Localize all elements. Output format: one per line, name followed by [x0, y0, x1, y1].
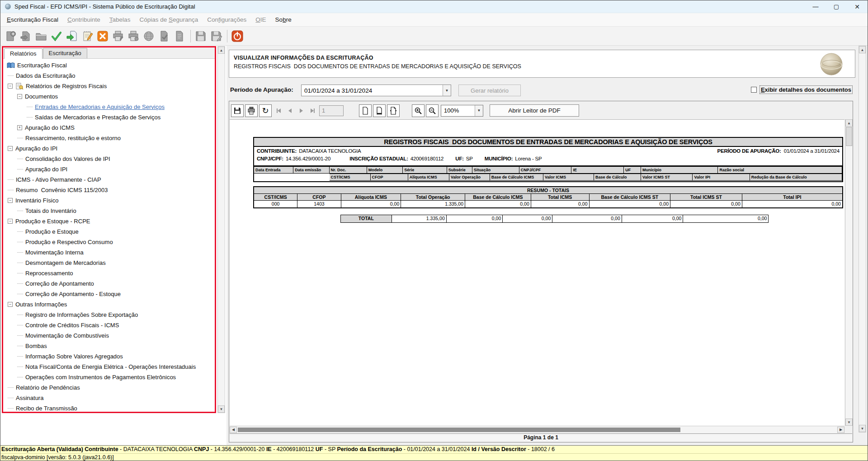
- tree-item-apuracao-do-ipi[interactable]: Apuração do IPI: [3, 164, 215, 174]
- tree-item-entradas-de-mercadorias-e-aquisicao-de-servicos[interactable]: Entradas de Mercadorias e Aquisição de S…: [3, 102, 215, 112]
- tree-item-movimentacao-interna[interactable]: Movimentação Interna: [3, 247, 215, 258]
- refresh-icon[interactable]: ↻: [259, 104, 272, 117]
- collapse-icon[interactable]: −: [8, 146, 13, 151]
- maximize-button[interactable]: ▢: [826, 0, 847, 13]
- menu-sobre[interactable]: Sobre: [271, 13, 296, 26]
- tree-item-bombas[interactable]: Bombas: [3, 341, 215, 351]
- tree-item-consolidacao-dos-valores-de-ipi[interactable]: Consolidação dos Valores de IPI: [3, 154, 215, 164]
- tree-item-desmontagem-de-mercadorias[interactable]: Desmontagem de Mercadorias: [3, 258, 215, 268]
- next-page-icon[interactable]: [296, 105, 307, 117]
- close-button[interactable]: ✕: [847, 0, 868, 13]
- view-header: VISUALIZAR INFORMAÇÕES DA ESCRITURAÇÃO R…: [229, 50, 855, 78]
- scroll-up-icon[interactable]: ▲: [845, 119, 853, 127]
- generate-report-button[interactable]: Gerar relatório: [458, 85, 521, 96]
- viewer-vertical-scrollbar[interactable]: ▲ ▼: [845, 119, 853, 426]
- tree-item-producao-e-estoque-rcpe[interactable]: −Produção e Estoque - RCPE: [3, 216, 215, 226]
- tree-item-relatorios-de-registros-fiscais[interactable]: −Relatórios de Registros Fiscais: [3, 81, 215, 91]
- tree-item-apuracao-do-icms[interactable]: +Apuração do ICMS: [3, 122, 215, 133]
- tree-scrollbar[interactable]: ▲ ▼: [217, 46, 225, 413]
- page-fit-icon[interactable]: [373, 104, 386, 117]
- edit-notes-icon[interactable]: [80, 29, 94, 43]
- tree-item-documentos[interactable]: −Documentos: [3, 91, 215, 102]
- open-pdf-button[interactable]: Abrir Leitor de PDF: [490, 104, 579, 117]
- collapse-icon[interactable]: −: [8, 198, 13, 203]
- tree-item-producao-e-respectivo-consumo[interactable]: Produção e Respectivo Consumo: [3, 237, 215, 247]
- validate-icon[interactable]: [49, 29, 64, 43]
- tree-item-saidas-de-mercadorias-e-prestacao-de-servicos[interactable]: Saídas de Mercadorias e Prestação de Ser…: [3, 112, 215, 122]
- checkbox-icon[interactable]: [751, 87, 757, 93]
- first-page-icon[interactable]: [273, 105, 284, 117]
- period-combobox[interactable]: 01/01/2024 a 31/01/2024 ▼: [301, 85, 451, 96]
- tree-item-producao-e-estoque[interactable]: Produção e Estoque: [3, 226, 215, 237]
- tree-item-correcao-de-apontamento-estoque[interactable]: Correção de Apontamento - Estoque: [3, 289, 215, 299]
- page-width-icon[interactable]: [387, 104, 400, 117]
- tree-item-relatorio-de-pendencias[interactable]: Relatório de Pendências: [3, 382, 215, 393]
- tree-item-nota-fiscal-conta-de-energia-eletrica-operacoes-interestaduais[interactable]: Nota Fiscal/Conta de Energia Elétrica - …: [3, 362, 215, 372]
- resumo-cell: 1.335,00: [401, 201, 465, 207]
- tree-item-operacoes-com-instrumentos-de-pagamentos-eletronicos[interactable]: Operações com Instrumentos de Pagamentos…: [3, 372, 215, 382]
- tree-item-controle-de-creditos-fiscais-icms[interactable]: Controle de Créditos Fiscais - ICMS: [3, 320, 215, 330]
- page-single-icon[interactable]: [359, 104, 372, 117]
- tree-item-escrituracao-fiscal[interactable]: Escrituração Fiscal: [3, 60, 215, 71]
- import-icon[interactable]: [65, 29, 79, 43]
- scroll-up-icon[interactable]: ▲: [218, 47, 225, 54]
- minimize-button[interactable]: —: [805, 0, 826, 13]
- tree-item-inventario-fisico[interactable]: −Inventário Físico: [3, 195, 215, 206]
- scroll-up-icon[interactable]: ▲: [859, 46, 866, 53]
- print-icon[interactable]: [245, 104, 258, 117]
- zoom-combo-arrow-icon[interactable]: ▼: [475, 105, 483, 116]
- zoom-in-icon[interactable]: [412, 104, 425, 117]
- tree-item-reprocessamento[interactable]: Reprocessamento: [3, 268, 215, 278]
- collapse-icon[interactable]: −: [17, 94, 22, 99]
- tree-connector: [17, 294, 23, 294]
- expand-icon[interactable]: +: [17, 125, 22, 130]
- tree-item-registro-de-informacoes-sobre-exportacao[interactable]: Registro de Informações Sobre Exportação: [3, 310, 215, 320]
- prev-page-icon[interactable]: [284, 105, 295, 117]
- menu-tabelas[interactable]: Tabelas: [105, 13, 135, 26]
- window-controls: — ▢ ✕: [805, 0, 868, 13]
- panel-vertical-scrollbar[interactable]: ▲ ▼: [859, 46, 866, 433]
- tree-item-movimentacao-de-combustiveis[interactable]: Movimentação de Combustíveis: [3, 330, 215, 341]
- scroll-thumb[interactable]: [846, 127, 852, 146]
- collapse-icon[interactable]: −: [8, 302, 13, 307]
- tree-item-informacao-sobre-valores-agregados[interactable]: Informação Sobre Valores Agregados: [3, 351, 215, 362]
- scroll-down-icon[interactable]: ▼: [859, 425, 866, 432]
- cancel-icon[interactable]: [95, 29, 110, 43]
- menu-contribuinte[interactable]: Contribuinte: [63, 13, 105, 26]
- save-report-icon[interactable]: [231, 104, 244, 117]
- tree-item-correcao-de-apontamento[interactable]: Correção de Apontamento: [3, 278, 215, 289]
- tree-item-resumo-convenio-icms-115-2003[interactable]: Resumo Convênio ICMS 115/2003: [3, 185, 215, 195]
- tree-item-assinatura[interactable]: Assinatura: [3, 393, 215, 403]
- tree-item-dados-da-escrituracao[interactable]: Dados da Escrituração: [3, 71, 215, 81]
- tree-item-apuracao-do-ipi[interactable]: −Apuração do IPI: [3, 143, 215, 154]
- menu-configuracoes[interactable]: Configurações: [203, 13, 251, 26]
- tree-item-totais-do-inventario[interactable]: Totais do Inventário: [3, 206, 215, 216]
- scroll-thumb[interactable]: [238, 428, 680, 432]
- menu-escrituracao-fiscal[interactable]: Escrituração Fiscal: [2, 13, 63, 26]
- scroll-left-icon[interactable]: ◀: [230, 427, 237, 433]
- collapse-icon[interactable]: −: [8, 84, 13, 89]
- exit-icon[interactable]: [230, 29, 245, 43]
- tab-escrituracao[interactable]: Escrituração: [43, 48, 87, 58]
- page-number-field[interactable]: 1: [319, 105, 344, 116]
- menu-copias-de-seguranca[interactable]: Cópias de Segurança: [135, 13, 203, 26]
- scroll-down-icon[interactable]: ▼: [845, 419, 853, 426]
- zoom-combobox[interactable]: 100% ▼: [441, 105, 483, 117]
- tree-connector: [17, 315, 23, 315]
- tree-item-icms-ativo-permanente-ciap[interactable]: ICMS - Ativo Permanente - CIAP: [3, 174, 215, 185]
- scroll-down-icon[interactable]: ▼: [218, 405, 225, 413]
- last-page-icon[interactable]: [307, 105, 318, 117]
- show-details-checkbox[interactable]: Exibir detalhes dos documentos: [751, 85, 853, 94]
- tab-relatorios[interactable]: Relatórios: [4, 48, 42, 59]
- scroll-right-icon[interactable]: ▶: [837, 427, 844, 433]
- tree-item-ressarcimento-restituicao-e-estorno[interactable]: Ressarcimento, restituição e estorno: [3, 133, 215, 143]
- tree-item-outras-informacoes[interactable]: −Outras Informações: [3, 299, 215, 310]
- contribuinte-label: CONTRIBUINTE:: [257, 148, 297, 154]
- combo-arrow-icon[interactable]: ▼: [443, 85, 451, 96]
- menu-oie[interactable]: OIE: [251, 13, 270, 26]
- tree-item-recibo-de-transmissao[interactable]: Recibo de Transmissão: [3, 403, 215, 413]
- collapse-icon[interactable]: −: [8, 219, 13, 224]
- viewer-horizontal-scrollbar[interactable]: ◀ ▶: [230, 426, 844, 433]
- zoom-out-icon[interactable]: [426, 104, 439, 117]
- detail-col-header: Base de Cálculo ICMS: [490, 174, 543, 181]
